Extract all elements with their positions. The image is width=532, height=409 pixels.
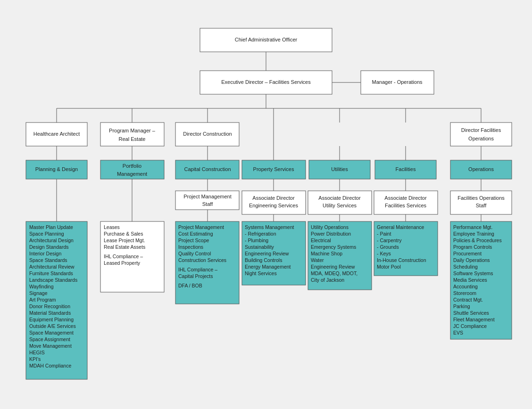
pd-item-6: Space Standards xyxy=(29,257,67,263)
ops-item-10: Accounting xyxy=(453,284,478,289)
cao-label: Chief Administrative Officer xyxy=(235,37,298,42)
cc-item-1: Project Management xyxy=(178,224,224,230)
pd-item-9: Landscape Standards xyxy=(29,277,77,283)
cc-item-6: Construction Services xyxy=(178,257,226,263)
pd-item-20: HEGIS xyxy=(29,350,45,355)
utilities-label: Utilities xyxy=(331,166,348,172)
util-item-8: MDA, MDEQ, MDOT, xyxy=(311,270,357,276)
assoc-dir-eng-label2: Engineering Services xyxy=(249,203,298,208)
facilities-label: Facilities xyxy=(396,166,416,172)
ps-item-5: Engineering Review xyxy=(245,251,289,256)
ops-item-2: Employee Training xyxy=(453,231,494,237)
fac-item-4: - Grounds xyxy=(377,244,399,250)
util-item-5: Machine Shop xyxy=(311,251,342,256)
operations-label: Operations xyxy=(468,166,494,172)
pd-item-17: Space Management xyxy=(29,330,74,335)
pd-item-8: Furniture Standards xyxy=(29,270,73,276)
fac-ops-staff-label1: Facilities Operations xyxy=(457,195,505,201)
capital-const-label: Capital Construction xyxy=(184,166,231,172)
ps-item-3: - Plumbing xyxy=(245,237,268,243)
assoc-dir-utility-label2: Utility Services xyxy=(323,203,357,208)
fac-ops-staff-label2: Staff xyxy=(476,203,487,208)
ops-item-1: Performance Mgt. xyxy=(453,224,492,230)
ops-item-17: EVS xyxy=(453,330,463,335)
portfolio-label1: Portfolio xyxy=(123,163,141,169)
ops-item-5: Procurement xyxy=(453,251,482,256)
fac-item-3: - Carpentry xyxy=(377,237,402,243)
ops-item-16: JC Compliance xyxy=(453,323,487,329)
org-chart: { "title": "Facilities Services Org Char… xyxy=(9,9,523,406)
ops-item-13: Parking xyxy=(453,303,470,309)
ps-item-1: Systems Management xyxy=(245,224,294,230)
pd-item-13: Donor Recognition xyxy=(29,303,70,309)
pd-item-15: Equipment Planning xyxy=(29,317,74,322)
fac-item-1: General Maintenance xyxy=(377,224,424,230)
ops-item-3: Policies & Procedures xyxy=(453,237,502,243)
program-manager-box xyxy=(100,123,164,146)
pd-item-10: Wayfinding xyxy=(29,284,54,289)
cc-item-2: Cost Estimating xyxy=(178,231,213,237)
cc-item-5: Quality Control xyxy=(178,251,211,256)
port-item-1: Leases xyxy=(104,224,120,230)
ops-item-7: Scheduling xyxy=(453,264,478,270)
port-item-5: IHL Compliance – xyxy=(104,254,143,259)
ops-item-6: Daily Operations xyxy=(453,257,490,263)
property-services-label: Property Services xyxy=(253,166,294,172)
pd-item-7: Architectural Review xyxy=(29,264,75,270)
port-item-2: Purchase & Sales xyxy=(104,231,143,237)
cc-item-3: Project Scope xyxy=(178,237,209,243)
assoc-dir-fac-label1: Associate Director xyxy=(384,195,427,201)
pd-item-5: Interior Design xyxy=(29,251,61,256)
fac-item-6: In-House Construction xyxy=(377,257,426,263)
util-item-3: Electrical xyxy=(311,237,331,243)
port-item-4: Real Estate Assets xyxy=(104,244,145,250)
pd-item-18: Space Assignment xyxy=(29,336,70,342)
dir-fac-ops-label1: Director Facilities xyxy=(461,127,501,133)
pd-item-12: Art Program xyxy=(29,297,56,303)
fac-item-5: - Keys xyxy=(377,251,391,256)
pd-item-21: KPI's xyxy=(29,356,41,362)
planning-design-label: Planning & Design xyxy=(35,166,78,172)
ops-item-8: Software Systems xyxy=(453,270,493,276)
util-item-1: Utility Operations xyxy=(311,224,349,230)
assoc-dir-eng-label1: Associate Director xyxy=(252,195,295,201)
pd-item-4: Design Standards xyxy=(29,244,68,250)
org-chart-svg: .box-white { fill: #fff; stroke: #555; s… xyxy=(9,9,523,405)
util-item-6: Water xyxy=(311,257,324,263)
cc-item-8: Capital Projects xyxy=(178,273,213,279)
manager-label: Manager - Operations xyxy=(372,79,423,85)
director-const-label: Director Construction xyxy=(183,131,232,137)
util-item-9: City of Jackson xyxy=(311,277,344,283)
program-manager-label1: Program Manager – xyxy=(109,128,156,133)
pd-item-1: Master Plan Update xyxy=(29,224,73,230)
port-item-6: Leased Property xyxy=(104,260,141,266)
pd-item-16: Outside A/E Services xyxy=(29,323,76,329)
util-item-7: Engineering Review xyxy=(311,264,355,270)
ops-item-12: Contract Mgt. xyxy=(453,297,483,303)
fac-item-7: Motor Pool xyxy=(377,264,401,270)
pd-item-11: Signage xyxy=(29,290,48,296)
cc-item-4: Inspections xyxy=(178,244,203,250)
pd-item-19: Move Management xyxy=(29,343,72,349)
ops-item-15: Fleet Management xyxy=(453,317,495,322)
ps-item-4: Sustainability xyxy=(245,244,274,250)
healthcare-arch-label: Healthcare Architect xyxy=(33,131,80,137)
ops-item-11: Storeroom xyxy=(453,290,476,296)
util-item-4: Emergency Systems xyxy=(311,244,356,250)
pd-item-14: Material Standards xyxy=(29,310,71,316)
pd-item-3: Architectural Design xyxy=(29,237,74,243)
assoc-dir-utility-label1: Associate Director xyxy=(318,195,361,201)
pd-item-2: Space Planning xyxy=(29,231,64,237)
pd-item-22: MDAH Compliance xyxy=(29,363,71,368)
port-item-3: Lease Project Mgt. xyxy=(104,237,145,243)
portfolio-label2: Management xyxy=(117,171,147,177)
assoc-dir-fac-label2: Facilities Services xyxy=(385,203,427,208)
util-item-2: Power Distribution xyxy=(311,231,351,237)
ps-item-7: Energy Management xyxy=(245,264,291,270)
exec-dir-label: Executive Director – Facilities Services xyxy=(221,79,311,85)
ops-item-9: Media Services xyxy=(453,277,487,283)
cc-item-9: DFA / BOB xyxy=(178,283,202,288)
ops-item-4: Program Controls xyxy=(453,244,492,250)
proj-mgmt-staff-label1: Project Management xyxy=(183,194,232,199)
ops-item-14: Shuttle Services xyxy=(453,310,489,316)
